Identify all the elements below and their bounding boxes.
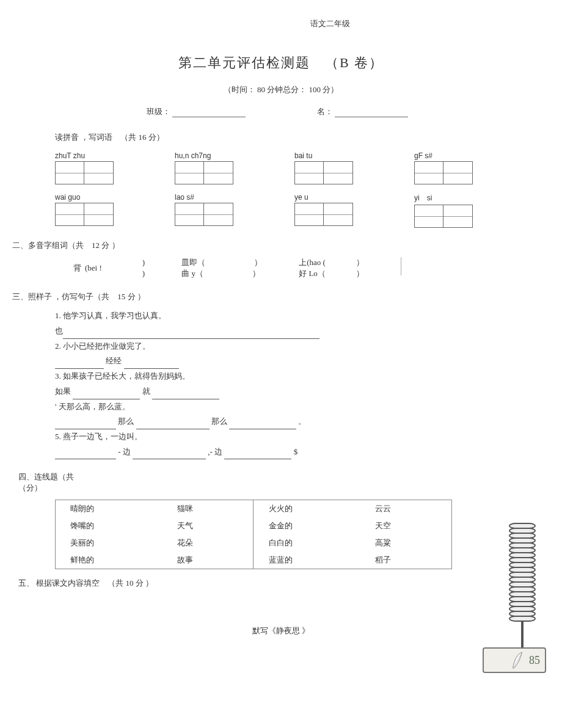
match-item[interactable]: 高粱 bbox=[360, 534, 451, 551]
match-item[interactable]: 金金的 bbox=[254, 517, 360, 534]
match-item[interactable]: 白白的 bbox=[254, 534, 360, 551]
match-item[interactable]: 火火的 bbox=[254, 500, 360, 518]
blank[interactable] bbox=[124, 360, 179, 369]
q3-text: 。 bbox=[298, 417, 306, 426]
blank[interactable] bbox=[73, 391, 140, 399]
match-item[interactable]: 天空 bbox=[360, 517, 451, 534]
pinyin-label: zhuT zhu bbox=[55, 151, 128, 160]
blank[interactable] bbox=[55, 421, 116, 429]
s4-text: 四、连线题（共 bbox=[18, 471, 562, 482]
q3-text: 那么 bbox=[118, 417, 134, 426]
match-item[interactable]: 花朵 bbox=[162, 534, 254, 551]
q2-text: ) bbox=[142, 257, 145, 268]
pinyin-label: gF s# bbox=[414, 151, 487, 160]
char-cell[interactable] bbox=[55, 161, 84, 184]
pinyin-label: yi si bbox=[414, 193, 487, 203]
pinyin-label: hu,n ch7ng bbox=[175, 151, 248, 160]
q3-text: ,- 边 bbox=[208, 447, 222, 456]
char-cell[interactable] bbox=[324, 203, 353, 226]
pinyin-row-2: wai guo lao s# ye u yi si bbox=[55, 193, 562, 228]
blank[interactable] bbox=[55, 451, 116, 459]
match-item[interactable]: 鲜艳的 bbox=[56, 551, 162, 569]
page-number: 85 bbox=[529, 654, 540, 667]
coil-icon bbox=[509, 523, 536, 651]
q3-line: 3. 如果孩子已经长大，就得告别妈妈。 bbox=[55, 369, 562, 384]
pinyin-label: ye u bbox=[294, 193, 368, 202]
q2-char: 背 bbox=[73, 263, 81, 274]
feather-icon bbox=[511, 651, 524, 669]
q3-text: $ bbox=[294, 447, 298, 456]
blank[interactable] bbox=[55, 360, 104, 369]
q3-text: 也 bbox=[55, 326, 63, 335]
match-item[interactable]: 美丽的 bbox=[56, 534, 162, 551]
bottom-caption: 默写《静夜思 》 bbox=[0, 625, 562, 636]
class-label: 班级： bbox=[147, 107, 170, 116]
char-cell[interactable] bbox=[84, 203, 114, 226]
blank[interactable] bbox=[229, 421, 296, 429]
match-item[interactable]: 天气 bbox=[162, 517, 254, 534]
match-item[interactable]: 蓝蓝的 bbox=[254, 551, 360, 569]
q2-text: 曲 y（ bbox=[181, 269, 203, 278]
q2-text: ） bbox=[252, 269, 260, 278]
blank[interactable] bbox=[133, 451, 206, 459]
q3-line: 2. 小小已经把作业做完了。 bbox=[55, 339, 562, 354]
pinyin-label: bai tu bbox=[294, 151, 368, 160]
q2-text: (bei ! bbox=[85, 263, 102, 272]
char-cell[interactable] bbox=[414, 161, 443, 184]
q3-line: 1. 他学习认真，我学习也认真。 bbox=[55, 308, 562, 324]
char-cell[interactable] bbox=[414, 205, 443, 228]
char-cell[interactable] bbox=[204, 161, 233, 184]
q2-text: ) bbox=[142, 268, 145, 279]
q3-text: 经经 bbox=[106, 356, 122, 365]
section-1-label: 读拼音 ，写词语 （共 16 分） bbox=[55, 132, 562, 143]
q2-text: 上(hao ( bbox=[299, 258, 326, 267]
name-label: 名： bbox=[317, 107, 333, 116]
name-blank[interactable] bbox=[335, 109, 408, 117]
student-fields: 班级： 名： bbox=[147, 106, 562, 117]
char-cell[interactable] bbox=[175, 161, 204, 184]
q3-text: 就 bbox=[142, 387, 150, 396]
q2-text: ） bbox=[356, 269, 364, 278]
page-number-box: 85 bbox=[483, 647, 546, 673]
char-cell[interactable] bbox=[443, 205, 473, 228]
section-4-label: 四、连线题（共 （分） bbox=[18, 471, 562, 493]
char-cell[interactable] bbox=[175, 203, 204, 226]
q3-line: 5. 燕子一边飞，一边叫。 bbox=[55, 429, 562, 445]
char-cell[interactable] bbox=[84, 161, 114, 184]
match-item[interactable]: 晴朗的 bbox=[56, 500, 162, 518]
pinyin-label: wai guo bbox=[55, 193, 128, 202]
q2-text: ） bbox=[254, 258, 262, 267]
char-cell[interactable] bbox=[324, 161, 353, 184]
match-item[interactable]: 故事 bbox=[162, 551, 254, 569]
section-3-label: 三、照样子 ，仿写句子（共 15 分 ） bbox=[12, 291, 562, 302]
blank[interactable] bbox=[152, 391, 219, 399]
q2-text: 好 Lo（ bbox=[299, 269, 326, 278]
pinyin-label: lao s# bbox=[175, 193, 248, 202]
class-blank[interactable] bbox=[172, 109, 246, 117]
q3-body: 1. 他学习认真，我学习也认真。 也 2. 小小已经把作业做完了。 经经 3. … bbox=[55, 308, 562, 459]
pinyin-row-1: zhuT zhu hu,n ch7ng bai tu gF s# bbox=[55, 151, 562, 184]
blank[interactable] bbox=[136, 421, 210, 429]
char-cell[interactable] bbox=[294, 203, 324, 226]
q3-line: ' 天那么高，那么蓝。 bbox=[55, 399, 562, 415]
page-title: 第二单元评估检测题 （B 卷） bbox=[0, 54, 562, 72]
page-ornament: 85 bbox=[483, 523, 562, 673]
header-subject: 语文二年级 bbox=[98, 18, 562, 29]
char-cell[interactable] bbox=[294, 161, 324, 184]
q2-body: 背 (bei ! ) ) 皿即（） 曲 y（） 上(hao (） 好 Lo（） bbox=[73, 257, 562, 279]
match-item[interactable]: 馋嘴的 bbox=[56, 517, 162, 534]
q3-text: 如果 bbox=[55, 387, 71, 396]
match-item[interactable]: 云云 bbox=[360, 500, 451, 518]
blank[interactable] bbox=[224, 451, 291, 459]
q3-text: 那么 bbox=[211, 417, 227, 426]
char-cell[interactable] bbox=[55, 203, 84, 226]
blank[interactable] bbox=[63, 330, 319, 339]
q3-text: - 边 bbox=[118, 447, 131, 456]
time-score-line: （时间： 80 分钟总分： 100 分） bbox=[0, 84, 562, 95]
char-cell[interactable] bbox=[204, 203, 233, 226]
q2-text: ） bbox=[356, 258, 364, 267]
match-item[interactable]: 猫咪 bbox=[162, 500, 254, 518]
match-item[interactable]: 稻子 bbox=[360, 551, 451, 569]
section-5-label: 五、 根据课文内容填空 （共 10 分 ） bbox=[18, 578, 562, 589]
char-cell[interactable] bbox=[443, 161, 473, 184]
